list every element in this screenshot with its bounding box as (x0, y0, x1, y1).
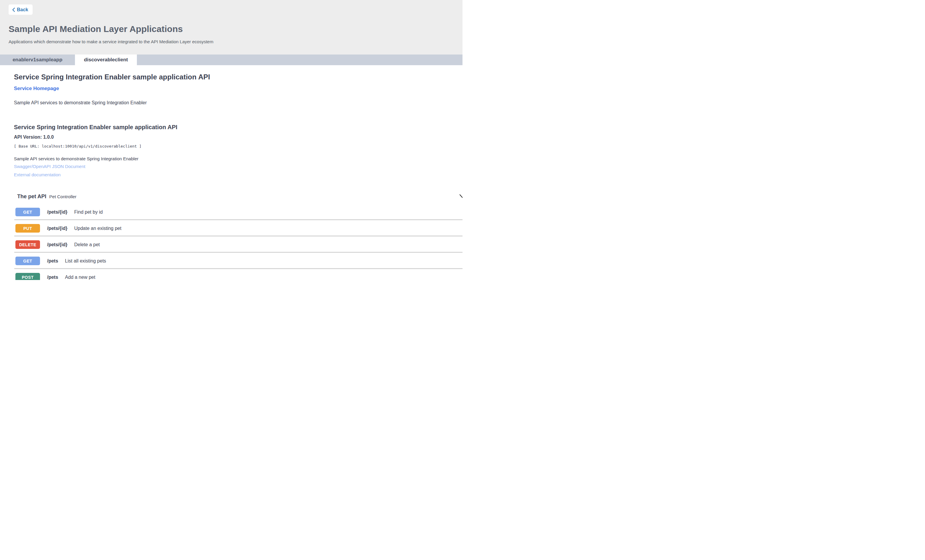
pet-api-section: The pet API Pet Controller GET /pets/{id… (0, 193, 462, 280)
endpoint-summary: Find pet by id (74, 209, 102, 215)
page-subtitle: Applications which demonstrate how to ma… (9, 39, 462, 44)
endpoint-summary: Add a new pet (65, 275, 95, 280)
endpoint-list: GET /pets/{id} Find pet by id PUT /pets/… (0, 204, 462, 280)
endpoint-summary: List all existing pets (65, 258, 106, 264)
method-badge: PUT (15, 224, 40, 233)
endpoint-row-get-pets-id[interactable]: GET /pets/{id} Find pet by id (0, 204, 462, 220)
method-badge: POST (15, 273, 40, 280)
chevron-left-icon (12, 8, 15, 12)
tab-label: discoverableclient (84, 57, 128, 63)
endpoint-row-put-pets-id[interactable]: PUT /pets/{id} Update an existing pet (0, 220, 462, 236)
row-divider (14, 252, 462, 253)
endpoint-summary: Delete a pet (74, 242, 99, 247)
app-header: Back Sample API Mediation Layer Applicat… (0, 0, 462, 54)
api-version: API Version: 1.0.0 (14, 134, 462, 140)
endpoint-path: /pets (47, 258, 58, 264)
endpoint-row-post-pets[interactable]: POST /pets Add a new pet (0, 269, 462, 280)
endpoint-row-get-pets[interactable]: GET /pets List all existing pets (0, 253, 462, 269)
swagger-json-link[interactable]: Swagger/OpenAPI JSON Document (14, 164, 462, 169)
page-title: Sample API Mediation Layer Applications (9, 24, 462, 34)
method-badge: DELETE (15, 240, 40, 249)
row-divider (14, 236, 462, 236)
tab-label: enablerv1sampleapp (12, 57, 62, 63)
endpoint-path: /pets/{id} (47, 226, 67, 231)
endpoint-path: /pets/{id} (47, 209, 67, 215)
pet-api-title: The pet API (17, 193, 46, 200)
external-documentation-link[interactable]: External documentation (14, 172, 462, 178)
back-button-label: Back (17, 7, 28, 12)
tab-bar: enablerv1sampleapp discoverableclient (0, 54, 462, 65)
base-url: [ Base URL: localhost:10010/api/v1/disco… (14, 144, 462, 148)
apidoc-title: Service Spring Integration Enabler sampl… (14, 124, 462, 131)
service-homepage-link[interactable]: Service Homepage (14, 86, 59, 92)
back-button[interactable]: Back (9, 5, 33, 15)
row-divider (14, 219, 462, 220)
chevron-down-icon[interactable] (459, 193, 462, 199)
content-panel: Service Spring Integration Enabler sampl… (0, 73, 462, 280)
pet-api-header: The pet API Pet Controller (17, 193, 462, 200)
tab-discoverableclient[interactable]: discoverableclient (75, 54, 137, 65)
pet-api-subtitle: Pet Controller (49, 194, 77, 199)
tab-enablerv1sampleapp[interactable]: enablerv1sampleapp (0, 54, 75, 65)
endpoint-path: /pets/{id} (47, 242, 67, 247)
endpoint-row-delete-pets-id[interactable]: DELETE /pets/{id} Delete a pet (0, 236, 462, 253)
service-description: Sample API services to demonstrate Sprin… (14, 100, 462, 105)
method-badge: GET (15, 257, 40, 265)
endpoint-path: /pets (47, 275, 58, 280)
endpoint-summary: Update an existing pet (74, 226, 121, 231)
apidoc-description: Sample API services to demonstrate Sprin… (14, 156, 462, 161)
method-badge: GET (15, 208, 40, 216)
service-title: Service Spring Integration Enabler sampl… (14, 73, 462, 81)
row-divider (14, 268, 462, 269)
